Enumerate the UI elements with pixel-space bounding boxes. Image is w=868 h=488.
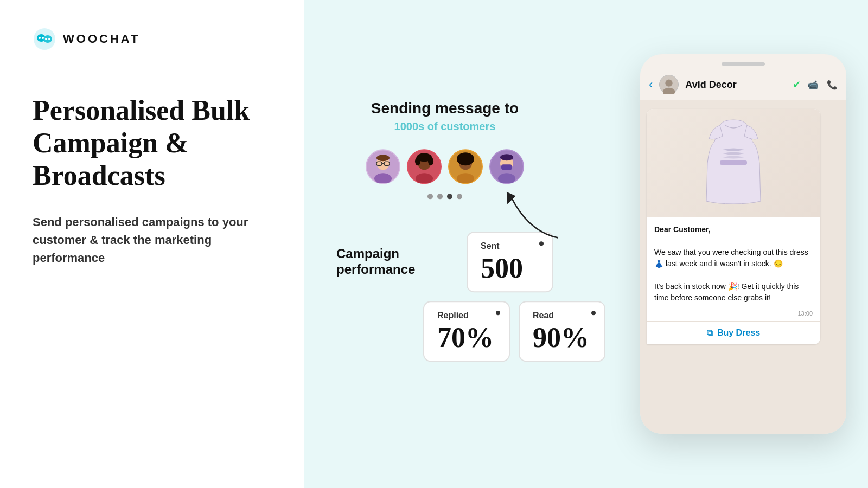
wa-call-icon[interactable]: 📞 (827, 80, 838, 90)
phone-mockup: ‹ Avid Decor ✔ 📹 📞 (640, 54, 846, 434)
stat-card-replied: Replied 70% (423, 301, 510, 362)
stat-value-sent: 500 (481, 254, 539, 282)
stats-area: Campaign performance Sent 500 Replied 70… (336, 232, 553, 362)
svg-point-12 (376, 155, 390, 161)
avatar-3 (448, 149, 483, 184)
phone-notch (640, 54, 846, 69)
dot-1 (427, 194, 433, 199)
svg-point-31 (666, 80, 673, 87)
main-heading: Personalised Bulk Campaign & Broadcasts (33, 94, 271, 191)
avatars-row (336, 149, 553, 184)
dot-3 (447, 194, 452, 199)
svg-point-4 (42, 37, 44, 39)
wa-header: ‹ Avid Decor ✔ 📹 📞 (640, 69, 846, 100)
svg-marker-29 (503, 189, 518, 204)
wa-back-icon[interactable]: ‹ (649, 78, 653, 92)
buy-link-icon: ⧉ (707, 328, 713, 338)
svg-point-6 (48, 38, 50, 40)
avatar-4 (489, 149, 524, 184)
notch-pill (722, 62, 765, 66)
svg-rect-26 (501, 164, 512, 170)
avatar-2 (407, 149, 442, 184)
arrow-svg (499, 184, 570, 244)
message-body-1: We saw that you were checking out this d… (654, 248, 808, 268)
stat-card-read: Read 90% (519, 301, 605, 362)
wa-video-icon[interactable]: 📹 (807, 80, 818, 90)
stat-value-read: 90% (533, 324, 591, 352)
svg-point-3 (39, 37, 41, 39)
dress-svg (695, 114, 771, 212)
campaign-performance-label: Campaign performance (336, 247, 456, 278)
sub-text: Send personalised campaigns to your cust… (33, 213, 271, 267)
message-body-2: It's back in stock now 🎉! Get it quickly… (654, 282, 799, 302)
message-text: Dear Customer, We saw that you were chec… (647, 217, 820, 310)
message-time: 13:00 (647, 310, 820, 321)
message-greeting: Dear Customer, (654, 225, 710, 234)
svg-point-18 (428, 157, 433, 165)
stat-label-read: Read (533, 311, 591, 320)
wa-avatar (659, 75, 679, 94)
svg-point-22 (457, 152, 474, 165)
dot-2 (437, 194, 443, 199)
buy-btn-label[interactable]: Buy Dress (717, 328, 760, 338)
woochat-logo-icon (33, 27, 56, 51)
dot-4 (457, 194, 462, 199)
wa-buy-btn-area[interactable]: ⧉ Buy Dress (647, 321, 820, 344)
wa-messages: Dear Customer, We saw that you were chec… (640, 100, 846, 434)
wa-contact-name: Avid Decor (685, 79, 786, 91)
wa-header-icons: 📹 📞 (807, 80, 838, 90)
stat-label-replied: Replied (437, 311, 496, 320)
logo-area: WOOCHAT (33, 27, 271, 51)
svg-point-2 (43, 35, 52, 43)
wa-verified-icon: ✔ (793, 79, 801, 91)
svg-point-27 (500, 154, 513, 160)
stat-dot-read (591, 311, 596, 315)
logo-text: WOOCHAT (63, 32, 140, 46)
svg-rect-33 (720, 160, 747, 165)
stat-value-replied: 70% (437, 324, 496, 352)
svg-point-17 (415, 157, 420, 165)
avatar-1 (366, 149, 400, 184)
sending-subtitle: 1000s of customers (336, 120, 553, 133)
sending-title: Sending message to (336, 100, 553, 117)
right-panel: Sending message to 1000s of customers (304, 0, 868, 488)
message-bubble: Dear Customer, We saw that you were chec… (647, 109, 820, 344)
svg-point-5 (45, 38, 47, 40)
stat-dot-replied (496, 311, 500, 315)
stats-bottom-row: Replied 70% Read 90% (423, 301, 553, 362)
message-image (647, 109, 820, 217)
left-panel: WOOCHAT Personalised Bulk Campaign & Bro… (0, 0, 304, 488)
